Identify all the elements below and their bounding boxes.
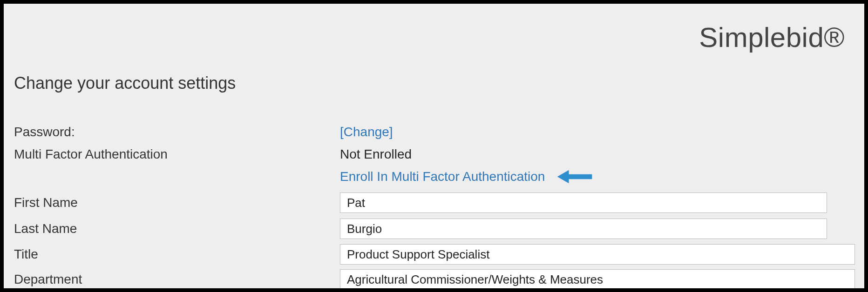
mfa-status-row: Multi Factor Authentication Not Enrolled bbox=[14, 143, 855, 166]
svg-marker-0 bbox=[557, 170, 592, 183]
department-row: Department bbox=[14, 267, 855, 292]
enroll-mfa-link[interactable]: Enroll In Multi Factor Authentication bbox=[340, 169, 545, 184]
mfa-label: Multi Factor Authentication bbox=[14, 147, 340, 162]
last-name-row: Last Name bbox=[14, 216, 855, 242]
department-label: Department bbox=[14, 272, 340, 287]
brand-name: Simplebid® bbox=[699, 21, 845, 53]
settings-form: Password: [Change] Multi Factor Authenti… bbox=[14, 121, 855, 292]
last-name-label: Last Name bbox=[14, 221, 340, 236]
first-name-input[interactable] bbox=[340, 192, 827, 213]
title-row: Title bbox=[14, 242, 855, 267]
department-input[interactable] bbox=[340, 269, 855, 290]
first-name-label: First Name bbox=[14, 195, 340, 210]
arrow-left-icon bbox=[555, 169, 594, 184]
password-label: Password: bbox=[14, 125, 340, 139]
password-row: Password: [Change] bbox=[14, 121, 855, 143]
change-password-link[interactable]: [Change] bbox=[340, 125, 393, 139]
first-name-row: First Name bbox=[14, 190, 855, 216]
mfa-enroll-row: Enroll In Multi Factor Authentication bbox=[14, 166, 855, 190]
account-settings-page: Simplebid® Change your account settings … bbox=[4, 4, 864, 288]
title-label: Title bbox=[14, 247, 340, 262]
mfa-status-value: Not Enrolled bbox=[340, 147, 412, 162]
title-input[interactable] bbox=[340, 244, 855, 265]
last-name-input[interactable] bbox=[340, 219, 827, 239]
